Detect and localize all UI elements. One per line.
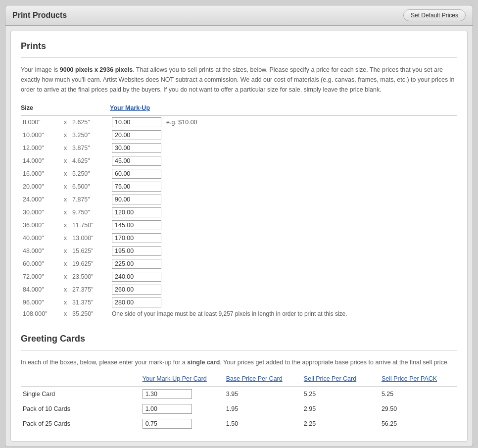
print-hint — [164, 245, 457, 257]
print-x: x — [60, 154, 70, 167]
card-markup-cell — [141, 401, 224, 416]
prints-row: 84.000" x 27.375" — [21, 283, 457, 296]
print-size1: 8.000" — [21, 116, 60, 129]
print-size1: 30.000" — [21, 206, 60, 219]
prints-row: 36.000" x 11.750" — [21, 219, 457, 232]
print-size1: 20.000" — [21, 180, 60, 193]
card-markup-cell — [141, 416, 224, 431]
print-markup-input[interactable] — [112, 246, 161, 256]
cards-row: Pack of 25 Cards 1.50 2.25 56.25 — [21, 416, 457, 431]
page-title: Print Products — [12, 11, 67, 20]
print-markup-cell — [110, 116, 164, 129]
image-dimensions: 9000 pixels x 2936 pixels — [60, 66, 133, 73]
print-size2: 7.875" — [70, 193, 110, 206]
card-markup-input[interactable] — [143, 389, 192, 399]
card-markup-input[interactable] — [143, 404, 192, 414]
card-row-label: Pack of 25 Cards — [21, 416, 141, 431]
print-size2: 11.750" — [70, 219, 110, 232]
print-size2: 2.625" — [70, 116, 110, 129]
prints-row: 12.000" x 3.875" — [21, 142, 457, 154]
print-markup-input[interactable] — [112, 285, 161, 295]
print-size1: 10.000" — [21, 129, 60, 142]
print-markup-input[interactable] — [112, 156, 161, 166]
print-x: x — [60, 193, 70, 206]
print-markup-input[interactable] — [112, 233, 161, 243]
print-size2: 13.000" — [70, 232, 110, 245]
prints-row: 8.000" x 2.625" e.g. $10.00 — [21, 116, 457, 129]
prints-row: 40.000" x 13.000" — [21, 232, 457, 245]
print-hint — [164, 193, 457, 206]
card-markup-cell — [141, 387, 224, 402]
cards-row: Single Card 3.95 5.25 5.25 — [21, 387, 457, 402]
print-markup-input[interactable] — [112, 220, 161, 230]
print-markup-cell — [110, 245, 164, 257]
prints-row: 30.000" x 9.750" — [21, 206, 457, 219]
card-markup-input[interactable] — [143, 419, 192, 429]
print-size1: 60.000" — [21, 257, 60, 270]
print-hint — [164, 232, 457, 245]
print-size2: 9.750" — [70, 206, 110, 219]
print-size1: 12.000" — [21, 142, 60, 154]
print-hint — [164, 154, 457, 167]
print-hint — [164, 180, 457, 193]
prints-row: 24.000" x 7.875" — [21, 193, 457, 206]
print-markup-input[interactable] — [112, 298, 161, 307]
print-size1: 72.000" — [21, 270, 60, 283]
prints-divider — [21, 57, 457, 58]
print-markup-input[interactable] — [112, 143, 161, 153]
print-x: x — [60, 180, 70, 193]
print-markup-input[interactable] — [112, 169, 161, 179]
print-x: x — [60, 116, 70, 129]
print-hint — [164, 219, 457, 232]
greeting-section-title: Greeting Cards — [21, 334, 457, 344]
print-markup-input[interactable] — [112, 272, 161, 282]
print-hint — [164, 142, 457, 154]
print-x: x — [60, 283, 70, 296]
greeting-description: In each of the boxes, below, please ente… — [21, 357, 457, 367]
print-markup-input[interactable] — [112, 259, 161, 269]
prints-table: Size Your Mark-Up 8.000" x 2.625" e.g. $… — [21, 104, 457, 319]
print-x: x — [60, 129, 70, 142]
prints-section-title: Prints — [21, 41, 457, 51]
markup-column-header: Your Mark-Up — [110, 104, 164, 116]
print-size2: 31.375" — [70, 296, 110, 309]
card-pack-price: 5.25 — [380, 387, 457, 402]
greeting-section: Greeting Cards In each of the boxes, bel… — [21, 334, 457, 431]
greeting-divider — [21, 350, 457, 350]
card-sell-price: 5.25 — [302, 387, 380, 402]
print-markup-input[interactable] — [112, 195, 161, 204]
print-x: x — [60, 167, 70, 180]
prints-row: 108.000" x 35.250" One side of your imag… — [21, 309, 457, 319]
prints-row: 10.000" x 3.250" — [21, 129, 457, 142]
card-row-label: Single Card — [21, 387, 141, 402]
card-pack-price: 29.50 — [380, 401, 457, 416]
print-markup-input[interactable] — [112, 130, 161, 140]
print-hint — [164, 283, 457, 296]
cards-sell-header: Sell Price Per Card — [302, 375, 380, 387]
single-card-emphasis: single card — [187, 359, 220, 366]
page-container: Print Products Set Default Prices Prints… — [5, 5, 473, 447]
card-pack-price: 56.25 — [380, 416, 457, 431]
prints-row: 60.000" x 19.625" — [21, 257, 457, 270]
print-x: x — [60, 219, 70, 232]
print-size1: 24.000" — [21, 193, 60, 206]
print-markup-input[interactable] — [112, 182, 161, 192]
print-markup-cell — [110, 257, 164, 270]
set-default-button[interactable]: Set Default Prices — [403, 9, 466, 21]
print-hint — [164, 257, 457, 270]
cards-pack-header: Sell Price Per PACK — [380, 375, 457, 387]
print-size1: 16.000" — [21, 167, 60, 180]
print-size1: 108.000" — [21, 309, 60, 319]
cards-label-header — [21, 375, 141, 387]
print-x: x — [60, 142, 70, 154]
print-size1: 40.000" — [21, 232, 60, 245]
print-x: x — [60, 257, 70, 270]
print-size2: 3.875" — [70, 142, 110, 154]
print-markup-input[interactable] — [112, 117, 161, 127]
print-size1: 84.000" — [21, 283, 60, 296]
page-header: Print Products Set Default Prices — [5, 5, 473, 26]
print-markup-cell — [110, 193, 164, 206]
print-size1: 14.000" — [21, 154, 60, 167]
print-markup-input[interactable] — [112, 207, 161, 217]
print-hint — [164, 206, 457, 219]
